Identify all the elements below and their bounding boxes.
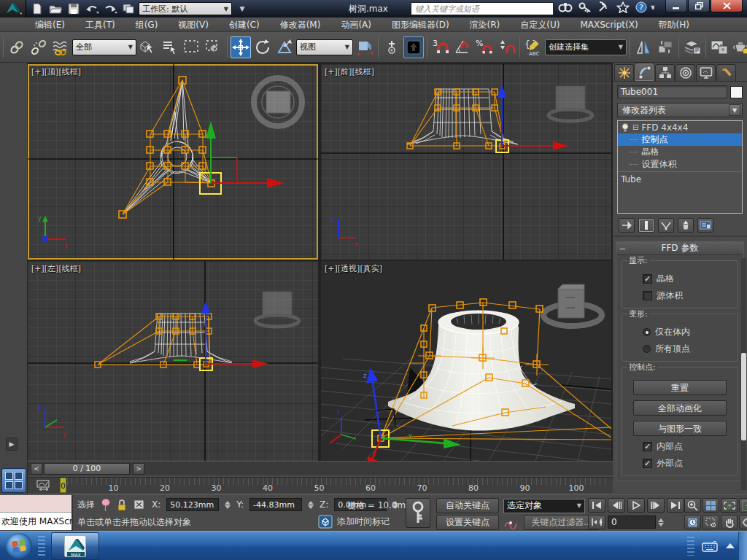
new-file-icon[interactable] [29, 2, 45, 15]
pin-stack-icon[interactable] [619, 218, 635, 233]
modifier-list-dropdown[interactable]: 修改器列表 ▼ [617, 103, 743, 117]
menu-item-10[interactable]: MAXScript(X) [570, 18, 648, 32]
align-icon[interactable] [655, 36, 676, 58]
current-frame-marker[interactable]: 0 [60, 478, 66, 493]
select-and-rotate-icon[interactable] [252, 36, 273, 58]
go-to-start-icon[interactable] [588, 498, 605, 513]
tab-utilities[interactable] [716, 64, 736, 81]
viewport-left-label[interactable]: [+][左][线框] [31, 263, 81, 274]
percent-snap-icon[interactable]: % [474, 36, 495, 58]
object-color-swatch[interactable] [730, 86, 743, 98]
use-pivot-center-icon[interactable] [355, 36, 375, 58]
open-file-icon[interactable] [47, 2, 63, 15]
zoom-region-icon[interactable] [703, 515, 719, 529]
x-spinner[interactable] [225, 501, 231, 509]
subscription-key-icon[interactable] [578, 1, 592, 13]
stack-item-3[interactable]: ┄┄设置体积 [618, 158, 742, 171]
lattice-checkbox[interactable]: ✓ [643, 274, 652, 284]
set-keys-button[interactable] [406, 498, 430, 528]
add-time-tag-label[interactable]: 添加时间标记 [337, 516, 390, 528]
viewport-front[interactable]: [+][前][线框] [321, 64, 611, 260]
absolute-offset-mode-icon[interactable] [133, 499, 146, 510]
outside-points-checkbox[interactable]: ✓ [643, 459, 652, 468]
menu-item-1[interactable]: 工具(T) [75, 18, 125, 32]
configure-modifier-sets-icon[interactable] [697, 218, 713, 233]
viewport-left[interactable]: [+][左][线框] [28, 261, 318, 461]
bind-to-space-warp-icon[interactable] [50, 36, 71, 58]
tab-motion[interactable] [676, 64, 695, 81]
favorites-star-icon[interactable] [616, 1, 630, 13]
tab-hierarchy[interactable] [655, 64, 675, 81]
conform-to-shape-button[interactable]: 与图形一致 [633, 421, 727, 436]
lattice-checkbox-row[interactable]: ✓ 晶格 [643, 273, 733, 285]
rectangular-selection-region-icon[interactable] [182, 36, 202, 58]
modifier-stack[interactable]: ⊟FFD 4x4x4 ┄┄控制点 ┄┄晶格 ┄┄设置体积Tube [617, 120, 743, 214]
outside-points-row[interactable]: ✓ 外部点 [643, 457, 733, 470]
language-keyboard-icon[interactable] [702, 540, 718, 552]
app-menu-button[interactable] [0, 0, 26, 18]
selection-set-dropdown[interactable]: 选定对象▼ [503, 499, 585, 513]
stack-item-4[interactable]: Tube [618, 173, 742, 185]
mini-curve-editor-icon[interactable] [36, 479, 55, 492]
menu-item-3[interactable]: 视图(V) [168, 18, 219, 32]
unlink-selection-icon[interactable] [28, 36, 49, 58]
menu-item-5[interactable]: 修改器(M) [270, 18, 331, 32]
isolate-selection-icon[interactable] [318, 515, 333, 529]
time-configuration-icon[interactable] [684, 515, 701, 529]
tab-create[interactable] [614, 64, 634, 81]
viewport-top-label[interactable]: [+][顶][线框] [31, 66, 81, 77]
time-slider-handle[interactable]: 0 / 100 [44, 463, 130, 475]
workspace-dropdown[interactable]: 工作区: 默认 ▼ [139, 2, 232, 15]
source-volume-checkbox-row[interactable]: 源体积 [643, 289, 733, 302]
menu-item-11[interactable]: 帮助(H) [649, 18, 700, 32]
select-and-manipulate-icon[interactable] [382, 36, 402, 58]
key-filter-curve-icon[interactable] [503, 516, 519, 529]
menu-item-8[interactable]: 渲染(R) [460, 18, 511, 32]
selection-lock-icon[interactable] [117, 499, 127, 511]
spinner-snap-icon[interactable] [496, 36, 516, 58]
menu-item-4[interactable]: 创建(C) [219, 18, 270, 32]
expand-panel-arrow[interactable]: ▶ [6, 438, 18, 451]
inside-points-checkbox[interactable]: ✓ [643, 442, 652, 451]
animate-all-button[interactable]: 全部动画化 [633, 400, 727, 416]
angle-snap-icon[interactable] [452, 36, 473, 58]
render-setup-icon[interactable] [731, 36, 747, 58]
named-selection-set-combo[interactable]: 创建选择集▼ [545, 39, 627, 55]
panel-scrollbar[interactable] [741, 258, 746, 490]
zoom-extents-icon[interactable] [721, 498, 738, 513]
key-mode-toggle-icon[interactable] [588, 515, 605, 529]
menu-item-6[interactable]: 动画(A) [330, 18, 382, 32]
viewport-persp-label[interactable]: [+][透视][真实] [325, 263, 382, 274]
select-and-link-icon[interactable] [7, 36, 27, 58]
source-volume-checkbox[interactable] [643, 291, 652, 300]
start-button[interactable] [6, 533, 32, 559]
menu-item-2[interactable]: 组(G) [125, 18, 169, 32]
orbit-icon[interactable] [739, 515, 747, 529]
track-bar[interactable]: 102030405060708090100 0 [28, 477, 613, 493]
viewport-top[interactable]: [+][顶][线框] [28, 64, 318, 260]
workspace-menu-icon[interactable]: ▼ [234, 2, 250, 15]
select-by-name-icon[interactable] [160, 36, 180, 58]
redo-icon[interactable] [102, 2, 118, 15]
selection-filter-dropdown[interactable]: 全部▼ [72, 39, 136, 55]
auto-key-button[interactable]: 自动关键点 [436, 498, 499, 513]
remove-modifier-icon[interactable] [678, 218, 694, 233]
all-vertices-radio-row[interactable]: 所有顶点 [643, 343, 733, 355]
save-file-icon[interactable] [66, 2, 82, 15]
viewport-front-label[interactable]: [+][前][线框] [325, 66, 374, 77]
reset-button[interactable]: 重置 [633, 380, 727, 395]
object-name-input[interactable]: Tube001 [617, 85, 727, 98]
tab-modify[interactable] [635, 63, 654, 81]
listener-script-line[interactable]: 欢迎使用 MAXScr [0, 513, 71, 530]
infocenter-search-input[interactable]: 键入关键字或短语 [411, 2, 554, 15]
y-coordinate-field[interactable]: -44.83mm [249, 498, 302, 511]
select-and-scale-icon[interactable] [274, 36, 295, 58]
maxscript-mini-listener[interactable]: 欢迎使用 MAXScr [0, 495, 73, 532]
show-hidden-icons-arrow[interactable] [725, 542, 735, 550]
help-icon[interactable]: ?▼ [635, 1, 654, 13]
stack-item-0[interactable]: ⊟FFD 4x4x4 [618, 121, 742, 133]
stack-item-2[interactable]: ┄┄晶格 [618, 146, 742, 158]
notification-balloon-icon[interactable] [101, 498, 111, 511]
go-to-end-icon[interactable] [667, 498, 684, 513]
layer-manager-icon[interactable] [682, 36, 703, 58]
